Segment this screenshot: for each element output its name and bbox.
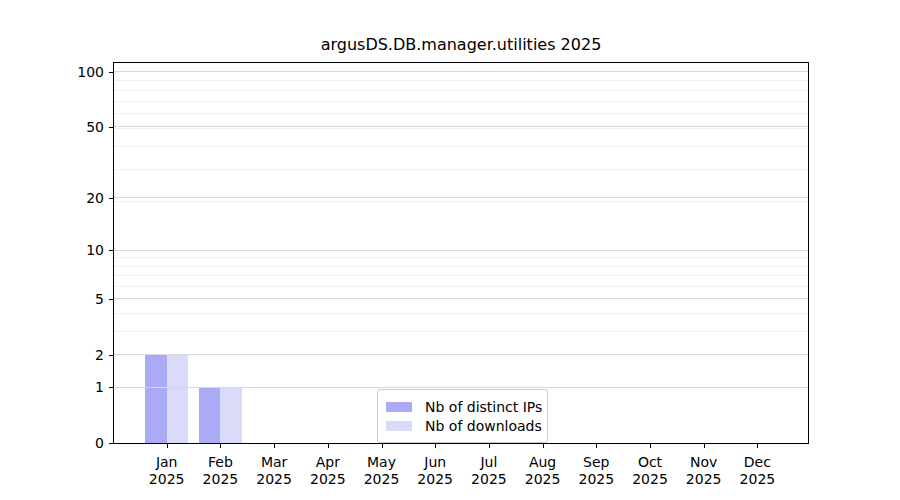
- legend-swatch-downloads: [386, 421, 412, 432]
- x-tick-mark: [382, 444, 383, 448]
- gridline-minor: [114, 80, 808, 81]
- legend-label-downloads: Nb of downloads: [425, 418, 542, 434]
- x-tick-label: Dec2025: [725, 452, 789, 487]
- y-tick-label: 10: [58, 241, 104, 259]
- legend: Nb of distinct IPs Nb of downloads: [377, 389, 548, 443]
- y-tick-mark: [109, 387, 113, 388]
- gridline-minor: [114, 113, 808, 114]
- y-tick-mark: [109, 299, 113, 300]
- y-tick-mark: [109, 72, 113, 73]
- gridline-minor: [114, 90, 808, 91]
- gridline-minor: [114, 169, 808, 170]
- gridline-major: [114, 197, 808, 198]
- gridline-major: [114, 354, 808, 355]
- plot-area: [113, 62, 809, 444]
- gridline-minor: [114, 201, 808, 202]
- x-tick-mark: [220, 444, 221, 448]
- y-tick-mark: [109, 443, 113, 444]
- legend-row-distinct-ips: Nb of distinct IPs: [386, 398, 539, 416]
- y-tick-label: 0: [58, 434, 104, 452]
- x-tick-mark: [435, 444, 436, 448]
- chart-title: argusDS.DB.manager.utilities 2025: [113, 35, 809, 54]
- gridline-major: [114, 126, 808, 127]
- y-tick-mark: [109, 250, 113, 251]
- x-tick-mark: [704, 444, 705, 448]
- x-tick-month: Dec: [725, 454, 789, 471]
- x-tick-mark: [543, 444, 544, 448]
- bar-jan-distinct-ips: [145, 355, 167, 443]
- x-tick-mark: [328, 444, 329, 448]
- gridline-minor: [114, 313, 808, 314]
- gridline-minor: [114, 257, 808, 258]
- gridline-major: [114, 387, 808, 388]
- y-tick-mark: [109, 127, 113, 128]
- y-tick-label: 50: [58, 118, 104, 136]
- x-tick-mark: [650, 444, 651, 448]
- gridline-major: [114, 298, 808, 299]
- gridline-minor: [114, 101, 808, 102]
- gridline-minor: [114, 128, 808, 129]
- gridline-minor: [114, 266, 808, 267]
- x-tick-mark: [274, 444, 275, 448]
- figure: argusDS.DB.manager.utilities 2025 Nb of …: [0, 0, 900, 500]
- bar-feb-downloads: [220, 387, 242, 443]
- y-tick-label: 5: [58, 290, 104, 308]
- x-tick-mark: [757, 444, 758, 448]
- x-tick-mark: [489, 444, 490, 448]
- x-tick-year: 2025: [725, 471, 789, 488]
- gridline-minor: [114, 275, 808, 276]
- y-tick-label: 1: [58, 378, 104, 396]
- legend-row-downloads: Nb of downloads: [386, 417, 539, 435]
- legend-swatch-distinct-ips: [386, 402, 412, 413]
- bar-jan-downloads: [167, 355, 189, 443]
- y-tick-label: 20: [58, 189, 104, 207]
- bar-feb-distinct-ips: [199, 387, 221, 443]
- y-tick-label: 2: [58, 346, 104, 364]
- gridline-minor: [114, 146, 808, 147]
- gridline-minor: [114, 331, 808, 332]
- x-tick-mark: [596, 444, 597, 448]
- y-tick-mark: [109, 198, 113, 199]
- gridline-major: [114, 71, 808, 72]
- x-tick-mark: [167, 444, 168, 448]
- y-tick-mark: [109, 355, 113, 356]
- gridline-minor: [114, 286, 808, 287]
- legend-label-distinct-ips: Nb of distinct IPs: [425, 399, 542, 415]
- gridline-major: [114, 250, 808, 251]
- y-tick-label: 100: [58, 63, 104, 81]
